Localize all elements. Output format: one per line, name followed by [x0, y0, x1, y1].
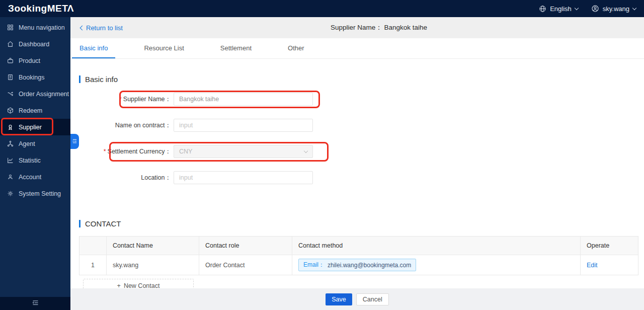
contact-table-header: Contact Name Contact role Contact method…: [79, 237, 638, 255]
sidebar-item-statistic[interactable]: Statistic: [0, 152, 70, 169]
col-contact-method: Contact method: [292, 237, 580, 255]
sidebar-item-label: Supplier: [19, 124, 42, 131]
contact-section-title: CONTACT: [79, 219, 635, 228]
supplier-name-label: *Supplier Name：: [79, 95, 171, 104]
sidebar-item-label: Bookings: [19, 74, 44, 81]
operate-cell: Edit: [580, 255, 639, 275]
required-asterisk: *: [104, 148, 106, 155]
back-label: Return to list: [86, 24, 123, 32]
name-on-contract-input[interactable]: [174, 119, 313, 132]
language-label: English: [550, 5, 572, 13]
supplier-title-value: Bangkok taihe: [384, 24, 428, 31]
sidebar-item-label: Statistic: [19, 157, 41, 164]
user-avatar-icon: [591, 5, 599, 13]
sidebar-item-label: Order Assignment: [19, 91, 69, 98]
menu-handle-icon: [72, 137, 77, 146]
form-row-location: Location：: [79, 171, 635, 184]
tab-other[interactable]: Other: [280, 38, 312, 58]
save-button[interactable]: Save: [326, 293, 352, 305]
contact-table-row: 1 sky.wang Order Contact Email： zhilei.w…: [79, 255, 638, 275]
basic-info-form: *Supplier Name： Name on contract： *Settl…: [79, 93, 635, 184]
sidebar-item-supplier[interactable]: Supplier: [0, 119, 70, 135]
email-chip: Email： zhilei.wang@bookingmeta.com: [298, 259, 416, 271]
contact-table: Contact Name Contact role Contact method…: [79, 236, 638, 275]
settlement-currency-select[interactable]: CNY: [174, 145, 313, 158]
brand-logo: ЗookingМΕΤΛ: [8, 3, 74, 14]
edit-contact-link[interactable]: Edit: [587, 262, 598, 269]
topbar-right: English sky.wang: [539, 5, 636, 13]
tab-resource-list[interactable]: Resource List: [136, 38, 191, 58]
user-menu[interactable]: sky.wang: [591, 5, 636, 13]
col-contact-role: Contact role: [199, 237, 292, 255]
supplier-title-label: Supplier Name：: [331, 24, 382, 31]
settlement-currency-label: *Settlement Currency：: [79, 147, 171, 156]
sidebar-item-product[interactable]: Product: [0, 52, 70, 69]
supplier-name-input[interactable]: [174, 93, 313, 106]
form-row-settlement-currency: *Settlement Currency： CNY: [79, 145, 635, 158]
email-chip-label: Email：: [303, 261, 325, 269]
required-asterisk: *: [119, 96, 122, 103]
home-icon: [7, 41, 14, 47]
collapse-sidebar-icon: [32, 299, 39, 308]
tab-basic-info[interactable]: Basic info: [72, 38, 115, 58]
return-to-list-link[interactable]: Return to list: [80, 24, 123, 32]
location-label: Location：: [79, 174, 171, 182]
basic-info-section-title: Basic info: [79, 75, 635, 84]
sidebar-item-bookings[interactable]: Bookings: [0, 69, 70, 86]
globe-icon: [539, 5, 546, 13]
sidebar-expand-handle[interactable]: [70, 134, 79, 149]
sidebar-item-label: Agent: [19, 140, 35, 147]
cancel-button[interactable]: Cancel: [356, 293, 389, 305]
settlement-currency-value: CNY: [179, 148, 192, 155]
sidebar-item-account[interactable]: Account: [0, 169, 70, 185]
form-row-supplier-name: *Supplier Name：: [79, 93, 635, 106]
sidebar-item-redeem[interactable]: Redeem: [0, 102, 70, 119]
contact-name-cell: sky.wang: [106, 255, 199, 275]
col-operate: Operate: [580, 237, 639, 255]
contact-role-cell: Order Contact: [199, 255, 292, 275]
sidebar-item-label: Redeem: [19, 107, 42, 114]
briefcase-icon: [7, 57, 14, 64]
medal-icon: [7, 124, 14, 130]
sidebar-item-label: Dashboard: [19, 41, 49, 48]
footer-action-bar: Save Cancel: [70, 288, 644, 310]
chevron-down-icon: [632, 6, 636, 10]
tab-settlement[interactable]: Settlement: [213, 38, 259, 58]
shuffle-arrows-icon: [7, 91, 14, 97]
sidebar-item-order-assignment[interactable]: Order Assignment: [0, 86, 70, 102]
chevron-down-icon: [575, 6, 579, 10]
chevron-left-icon: [80, 25, 85, 30]
sidebar-item-menu-navigation[interactable]: Menu navigation: [0, 19, 70, 36]
section-title-text: Basic info: [85, 75, 118, 84]
section-accent-bar: [79, 220, 80, 227]
location-input[interactable]: [174, 171, 313, 184]
topbar: ЗookingМΕΤΛ English sky.wang: [0, 0, 644, 17]
col-contact-name: Contact Name: [106, 237, 199, 255]
document-icon: [7, 74, 14, 81]
name-on-contract-label: Name on contract：: [79, 121, 171, 130]
line-chart-icon: [7, 157, 14, 164]
sidebar-collapse-button[interactable]: [0, 297, 70, 310]
email-chip-value: zhilei.wang@bookingmeta.com: [328, 262, 411, 269]
supplier-title: Supplier Name： Bangkok taihe: [92, 23, 644, 32]
person-icon: [7, 174, 14, 180]
col-index: [79, 237, 106, 255]
page: ЗookingМΕΤΛ English sky.wang: [0, 0, 644, 310]
content: Basic info *Supplier Name： Name on contr…: [70, 75, 644, 293]
section-title-text: CONTACT: [85, 219, 121, 228]
contact-method-cell: Email： zhilei.wang@bookingmeta.com: [292, 255, 580, 275]
sidebar: Menu navigation Dashboard Product Bookin…: [0, 17, 70, 310]
language-selector[interactable]: English: [539, 5, 578, 13]
section-accent-bar: [79, 75, 80, 83]
chevron-down-icon: [304, 148, 308, 152]
row-index: 1: [79, 255, 106, 275]
gear-icon: [7, 190, 14, 197]
username-label: sky.wang: [603, 5, 629, 13]
sidebar-item-label: Account: [19, 174, 41, 181]
sidebar-item-dashboard[interactable]: Dashboard: [0, 36, 70, 52]
box-icon: [7, 107, 14, 114]
sidebar-item-agent[interactable]: Agent: [0, 135, 70, 152]
sidebar-item-system-setting[interactable]: System Setting: [0, 185, 70, 202]
tab-bar: Basic info Resource List Settlement Othe…: [70, 38, 644, 59]
main-content: Return to list Supplier Name： Bangkok ta…: [70, 17, 644, 310]
